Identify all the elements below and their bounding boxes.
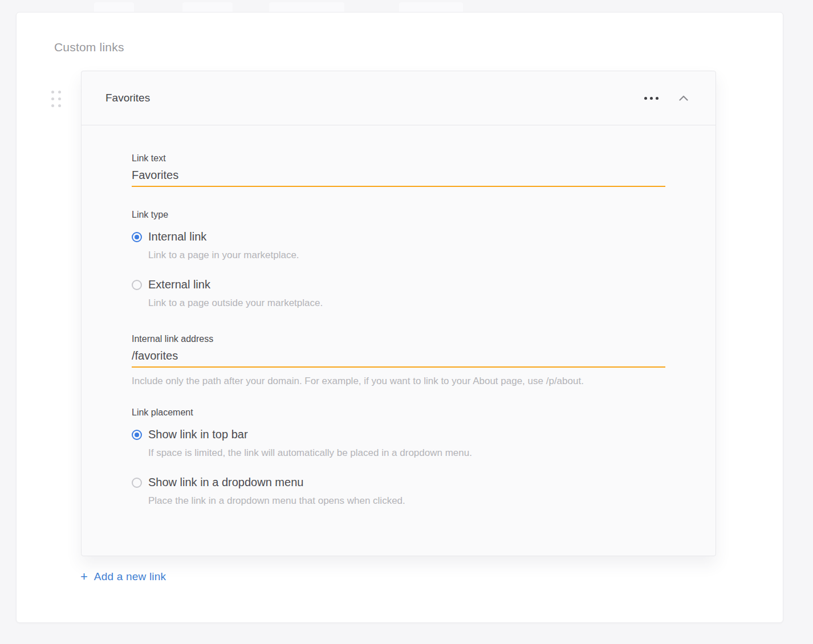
- link-type-label: Link type: [132, 210, 665, 220]
- plus-icon: +: [80, 570, 88, 583]
- ghost-tab: [182, 2, 233, 12]
- radio-icon[interactable]: [132, 430, 142, 440]
- link-placement-group: Link placement Show link in top bar If s…: [132, 407, 665, 507]
- radio-help-text: If space is limited, the link will autom…: [148, 447, 665, 459]
- internal-link-address-help: Include only the path after your domain.…: [132, 376, 665, 387]
- add-new-link-button[interactable]: + Add a new link: [80, 570, 166, 583]
- radio-help-text: Place the link in a dropdown menu that o…: [148, 495, 665, 507]
- radio-help-text: Link to a page in your marketplace.: [148, 250, 665, 261]
- link-text-input[interactable]: [132, 169, 665, 187]
- card-header: Favorites: [82, 71, 716, 125]
- link-type-group: Link type Internal link Link to a page i…: [132, 210, 665, 309]
- top-bar-radio-row[interactable]: Show link in top bar: [132, 428, 665, 441]
- link-text-label: Link text: [132, 153, 665, 164]
- radio-label[interactable]: Internal link: [148, 230, 206, 243]
- internal-link-radio-row[interactable]: Internal link: [132, 230, 665, 243]
- radio-label[interactable]: Show link in a dropdown menu: [148, 476, 303, 489]
- radio-icon[interactable]: [132, 280, 142, 290]
- radio-help-text: Link to a page outside your marketplace.: [148, 297, 665, 309]
- link-placement-label: Link placement: [132, 407, 665, 418]
- internal-link-address-field: Internal link address Include only the p…: [132, 334, 665, 387]
- radio-icon[interactable]: [132, 478, 142, 488]
- radio-label[interactable]: External link: [148, 278, 210, 291]
- radio-label[interactable]: Show link in top bar: [148, 428, 248, 441]
- ghost-tab: [399, 2, 463, 12]
- card-body: Link text Link type Internal link Link t…: [82, 125, 716, 507]
- add-new-link-label: Add a new link: [94, 570, 166, 583]
- ghost-tab: [269, 2, 344, 12]
- radio-option-dropdown-menu: Show link in a dropdown menu Place the l…: [132, 476, 665, 507]
- dropdown-menu-radio-row[interactable]: Show link in a dropdown menu: [132, 476, 665, 489]
- ghost-tab: [94, 2, 134, 12]
- page-title: Custom links: [54, 40, 124, 54]
- radio-option-internal-link: Internal link Link to a page in your mar…: [132, 230, 665, 261]
- ellipsis-icon[interactable]: [643, 95, 660, 102]
- drag-handle-icon[interactable]: [51, 91, 61, 107]
- link-text-field: Link text: [132, 153, 665, 187]
- internal-link-address-input[interactable]: [132, 349, 665, 368]
- radio-icon[interactable]: [132, 232, 142, 242]
- internal-link-address-label: Internal link address: [132, 334, 665, 344]
- card-title: Favorites: [105, 92, 150, 104]
- chevron-up-icon[interactable]: [677, 93, 690, 103]
- custom-link-card: Favorites Link text Link type: [81, 71, 716, 556]
- radio-option-external-link: External link Link to a page outside you…: [132, 278, 665, 309]
- custom-links-panel: Custom links Favorites Link text Link: [16, 12, 783, 623]
- radio-option-top-bar: Show link in top bar If space is limited…: [132, 428, 665, 459]
- top-strip: [0, 0, 813, 12]
- external-link-radio-row[interactable]: External link: [132, 278, 665, 291]
